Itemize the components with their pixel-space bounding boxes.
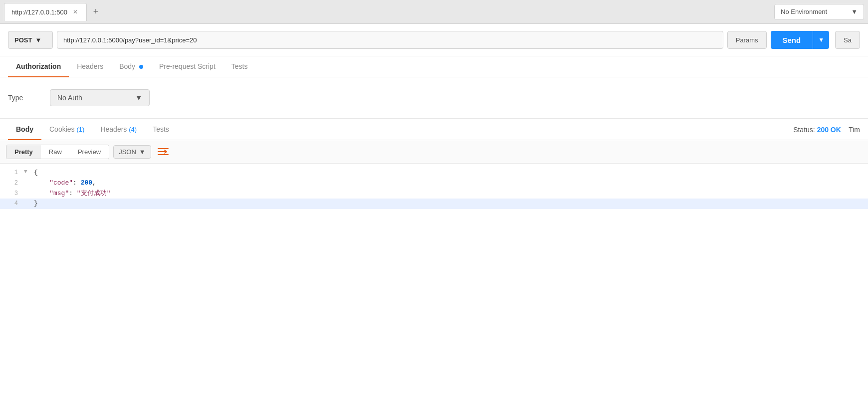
fold-arrow-1[interactable]: ▼ bbox=[24, 168, 32, 177]
send-button-group: Send ▼ bbox=[771, 31, 830, 49]
line-number-1: 1 bbox=[0, 168, 24, 178]
tab-pre-request[interactable]: Pre-request Script bbox=[151, 56, 223, 77]
format-tab-raw[interactable]: Raw bbox=[41, 145, 70, 159]
params-button[interactable]: Params bbox=[727, 31, 767, 49]
method-chevron-icon: ▼ bbox=[35, 36, 41, 44]
resp-tab-tests[interactable]: Tests bbox=[145, 119, 177, 140]
method-selector[interactable]: POST ▼ bbox=[8, 31, 53, 49]
tab-body[interactable]: Body bbox=[111, 56, 151, 77]
active-tab[interactable]: http://127.0.0.1:500 ✕ bbox=[4, 3, 87, 21]
code-line-1: 1 ▼ { bbox=[0, 168, 868, 178]
tab-tests[interactable]: Tests bbox=[223, 56, 256, 77]
response-status: Status: 200 OK Tim bbox=[793, 126, 860, 134]
val-msg: "支付成功" bbox=[77, 190, 111, 197]
tab-bar: http://127.0.0.1:500 ✕ + No Environment … bbox=[0, 0, 868, 24]
code-line-2: 2 "code": 200, bbox=[0, 178, 868, 189]
status-ok-badge: 200 OK bbox=[817, 126, 841, 134]
wrap-lines-button[interactable] bbox=[155, 144, 171, 159]
code-line-3: 3 "msg": "支付成功" bbox=[0, 189, 868, 199]
line-content-1: { bbox=[32, 168, 868, 178]
response-header: Body Cookies (1) Headers (4) Tests Statu… bbox=[0, 119, 868, 140]
request-bar: POST ▼ Params Send ▼ Sa bbox=[0, 24, 868, 56]
body-dot-indicator bbox=[139, 65, 143, 69]
environment-selector[interactable]: No Environment ▼ bbox=[774, 4, 864, 20]
resp-tab-headers[interactable]: Headers (4) bbox=[92, 119, 145, 140]
json-format-selector[interactable]: JSON ▼ bbox=[113, 145, 151, 159]
close-tab-icon[interactable]: ✕ bbox=[71, 8, 79, 16]
new-tab-button[interactable]: + bbox=[89, 5, 103, 19]
resp-tab-cookies[interactable]: Cookies (1) bbox=[41, 119, 92, 140]
json-format-label: JSON bbox=[119, 148, 136, 156]
tab-headers[interactable]: Headers bbox=[69, 56, 111, 77]
format-tab-preview[interactable]: Preview bbox=[70, 145, 109, 159]
key-code: "code" bbox=[49, 179, 73, 187]
line-content-3: "msg": "支付成功" bbox=[32, 189, 868, 199]
method-label: POST bbox=[14, 36, 32, 44]
json-chevron-icon: ▼ bbox=[139, 148, 146, 156]
env-label: No Environment bbox=[781, 8, 827, 15]
line-content-2: "code": 200, bbox=[32, 178, 868, 189]
line-content-4: } bbox=[32, 199, 868, 209]
auth-type-dropdown[interactable]: No Auth ▼ bbox=[50, 89, 150, 106]
response-section: Body Cookies (1) Headers (4) Tests Statu… bbox=[0, 119, 868, 416]
auth-type-value: No Auth bbox=[57, 94, 82, 102]
tab-authorization[interactable]: Authorization bbox=[8, 56, 69, 77]
line-number-3: 3 bbox=[0, 189, 24, 199]
tab-title: http://127.0.0.1:500 bbox=[11, 8, 67, 16]
save-button[interactable]: Sa bbox=[835, 31, 860, 49]
line-number-2: 2 bbox=[0, 178, 24, 188]
auth-type-label: Type bbox=[8, 94, 38, 102]
main-content: POST ▼ Params Send ▼ Sa Authorization He… bbox=[0, 24, 868, 416]
code-line-4: 4 } bbox=[0, 199, 868, 209]
format-tabs: Pretty Raw Preview bbox=[6, 145, 109, 159]
key-msg: "msg" bbox=[49, 190, 69, 197]
headers-badge: (4) bbox=[129, 126, 137, 133]
line-number-4: 4 bbox=[0, 199, 24, 208]
response-time: Tim bbox=[849, 126, 860, 134]
wrap-lines-icon bbox=[158, 147, 169, 156]
cookies-badge: (1) bbox=[76, 126, 84, 133]
send-dropdown-button[interactable]: ▼ bbox=[813, 31, 829, 49]
auth-section: Type No Auth ▼ bbox=[0, 77, 868, 119]
resp-tab-body[interactable]: Body bbox=[8, 119, 41, 140]
url-input[interactable] bbox=[57, 31, 723, 49]
code-viewer: 1 ▼ { 2 "code": 200, 3 "msg": "支付成功" bbox=[0, 164, 868, 416]
chevron-down-icon: ▼ bbox=[851, 8, 858, 15]
resp-toolbar: Pretty Raw Preview JSON ▼ bbox=[0, 140, 868, 164]
send-button[interactable]: Send bbox=[771, 31, 813, 49]
request-tabs: Authorization Headers Body Pre-request S… bbox=[0, 56, 868, 77]
val-code: 200 bbox=[81, 179, 92, 187]
format-tab-pretty[interactable]: Pretty bbox=[6, 145, 41, 159]
auth-chevron-icon: ▼ bbox=[135, 94, 142, 102]
